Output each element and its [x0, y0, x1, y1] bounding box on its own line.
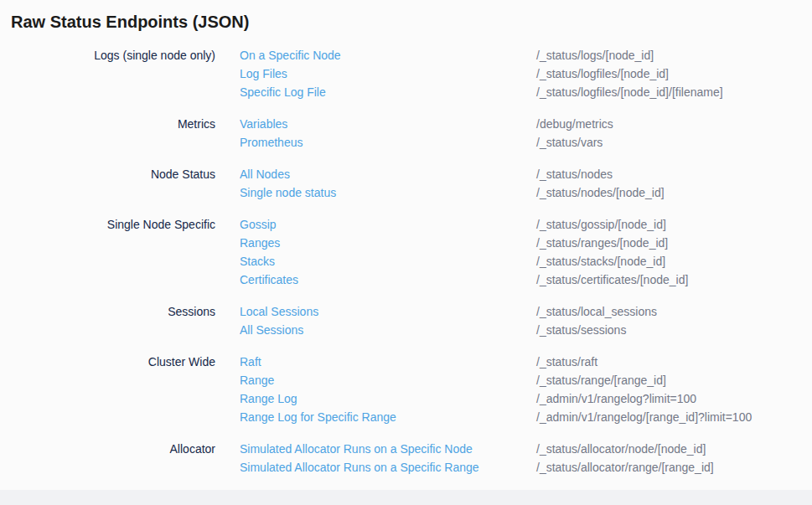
endpoint-link[interactable]: All Nodes: [240, 167, 290, 181]
endpoint-url: /_status/certificates/[node_id]: [536, 271, 812, 289]
endpoint-link-cell: Range Log: [215, 389, 536, 408]
endpoint-link[interactable]: Gossip: [240, 218, 277, 231]
endpoint-section: Logs (single node only) On a Specific No…: [0, 46, 812, 101]
endpoint-row: Cluster Wide Raft /_status/raft: [0, 353, 812, 371]
endpoint-row: Stacks /_status/stacks/[node_id]: [0, 252, 812, 271]
endpoint-url: /_status/range/[range_id]: [536, 371, 812, 389]
section-category-label: Node Status: [0, 165, 215, 183]
endpoint-row: Range /_status/range/[range_id]: [0, 371, 812, 389]
endpoint-row: Range Log for Specific Range /_admin/v1/…: [0, 408, 812, 426]
endpoint-link-cell: Variables: [215, 115, 536, 133]
endpoint-section: Node Status All Nodes /_status/nodes Sin…: [0, 165, 812, 202]
content-area: Raw Status Endpoints (JSON) Logs (single…: [0, 0, 812, 490]
endpoint-link-cell: Raft: [215, 353, 536, 371]
endpoint-url: /_status/raft: [536, 353, 812, 371]
endpoint-row: Log Files /_status/logfiles/[node_id]: [0, 64, 812, 83]
endpoint-sections: Logs (single node only) On a Specific No…: [0, 46, 812, 477]
endpoint-link[interactable]: Single node status: [240, 186, 336, 199]
endpoint-link[interactable]: Log Files: [240, 67, 287, 80]
endpoint-row: Simulated Allocator Runs on a Specific R…: [0, 458, 812, 477]
endpoint-link[interactable]: Variables: [240, 117, 287, 131]
endpoint-link-cell: On a Specific Node: [215, 46, 536, 64]
endpoint-row: Single node status /_status/nodes/[node_…: [0, 183, 812, 202]
endpoint-link-cell: Specific Log File: [215, 83, 536, 101]
endpoint-link[interactable]: On a Specific Node: [240, 49, 341, 62]
endpoint-link-cell: Stacks: [215, 252, 536, 271]
endpoint-link[interactable]: Range Log: [240, 392, 297, 405]
endpoint-link[interactable]: Specific Log File: [240, 85, 326, 99]
endpoint-url: /_status/nodes/[node_id]: [536, 183, 812, 202]
endpoint-link[interactable]: Range: [240, 374, 274, 387]
endpoint-link-cell: Range Log for Specific Range: [215, 408, 536, 426]
endpoint-row: Certificates /_status/certificates/[node…: [0, 271, 812, 289]
section-category-label: Allocator: [0, 440, 215, 458]
endpoint-link-cell: Simulated Allocator Runs on a Specific N…: [215, 440, 536, 458]
endpoint-url: /_status/gossip/[node_id]: [536, 215, 812, 234]
section-category-label: Single Node Specific: [0, 215, 215, 234]
endpoint-row: Logs (single node only) On a Specific No…: [0, 46, 812, 64]
endpoint-link-cell: Prometheus: [215, 133, 536, 152]
endpoint-link[interactable]: Raft: [240, 355, 261, 368]
endpoint-row: Ranges /_status/ranges/[node_id]: [0, 234, 812, 252]
endpoint-url: /_status/allocator/range/[range_id]: [536, 458, 812, 477]
endpoint-row: Range Log /_admin/v1/rangelog?limit=100: [0, 389, 812, 408]
endpoint-link-cell: Log Files: [215, 64, 536, 83]
endpoint-section: Metrics Variables /debug/metrics Prometh…: [0, 115, 812, 152]
footer-strip: [0, 490, 812, 505]
endpoint-url: /_status/local_sessions: [536, 302, 812, 321]
endpoint-link-cell: Local Sessions: [215, 302, 536, 321]
endpoint-link-cell: All Nodes: [215, 165, 536, 183]
endpoint-link[interactable]: Ranges: [240, 236, 280, 250]
endpoint-section: Single Node Specific Gossip /_status/gos…: [0, 215, 812, 289]
endpoint-url: /_status/logfiles/[node_id]/[filename]: [536, 83, 812, 101]
endpoint-link[interactable]: Simulated Allocator Runs on a Specific N…: [240, 442, 473, 456]
endpoint-link[interactable]: Stacks: [240, 255, 275, 268]
endpoint-link-cell: Gossip: [215, 215, 536, 234]
endpoint-row: All Sessions /_status/sessions: [0, 321, 812, 339]
endpoint-url: /_status/stacks/[node_id]: [536, 252, 812, 271]
endpoint-link[interactable]: Prometheus: [240, 136, 303, 149]
endpoint-url: /_status/ranges/[node_id]: [536, 234, 812, 252]
section-category-label: Metrics: [0, 115, 215, 133]
endpoint-url: /_admin/v1/rangelog/[range_id]?limit=100: [536, 408, 812, 426]
endpoint-link[interactable]: Local Sessions: [240, 305, 318, 318]
endpoint-row: Metrics Variables /debug/metrics: [0, 115, 812, 133]
endpoint-link-cell: Simulated Allocator Runs on a Specific R…: [215, 458, 536, 477]
section-category-label: Cluster Wide: [0, 353, 215, 371]
page-title: Raw Status Endpoints (JSON): [11, 11, 812, 33]
endpoint-row: Single Node Specific Gossip /_status/gos…: [0, 215, 812, 234]
endpoint-section: Sessions Local Sessions /_status/local_s…: [0, 302, 812, 339]
endpoint-link-cell: All Sessions: [215, 321, 536, 339]
endpoint-link[interactable]: Range Log for Specific Range: [240, 410, 396, 424]
endpoint-link[interactable]: All Sessions: [240, 323, 303, 337]
endpoint-section: Cluster Wide Raft /_status/raft Range /_…: [0, 353, 812, 426]
endpoint-url: /_admin/v1/rangelog?limit=100: [536, 389, 812, 408]
endpoint-row: Prometheus /_status/vars: [0, 133, 812, 152]
endpoint-row: Allocator Simulated Allocator Runs on a …: [0, 440, 812, 458]
endpoint-row: Node Status All Nodes /_status/nodes: [0, 165, 812, 183]
section-category-label: Sessions: [0, 302, 215, 321]
endpoint-url: /_status/logfiles/[node_id]: [536, 64, 812, 83]
endpoint-url: /debug/metrics: [536, 115, 812, 133]
debug-page: Raw Status Endpoints (JSON) Logs (single…: [0, 0, 812, 505]
endpoint-link-cell: Range: [215, 371, 536, 389]
endpoint-url: /_status/logs/[node_id]: [536, 46, 812, 64]
endpoint-section: Allocator Simulated Allocator Runs on a …: [0, 440, 812, 477]
endpoint-url: /_status/sessions: [536, 321, 812, 339]
endpoint-url: /_status/nodes: [536, 165, 812, 183]
section-category-label: Logs (single node only): [0, 46, 215, 64]
endpoint-link-cell: Single node status: [215, 183, 536, 202]
endpoint-link[interactable]: Certificates: [240, 273, 298, 286]
endpoint-url: /_status/vars: [536, 133, 812, 152]
endpoint-row: Specific Log File /_status/logfiles/[nod…: [0, 83, 812, 101]
endpoint-link-cell: Ranges: [215, 234, 536, 252]
endpoint-row: Sessions Local Sessions /_status/local_s…: [0, 302, 812, 321]
endpoint-url: /_status/allocator/node/[node_id]: [536, 440, 812, 458]
endpoint-link-cell: Certificates: [215, 271, 536, 289]
endpoint-link[interactable]: Simulated Allocator Runs on a Specific R…: [240, 461, 479, 474]
